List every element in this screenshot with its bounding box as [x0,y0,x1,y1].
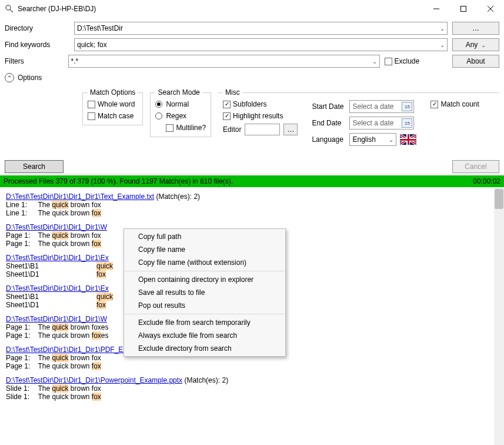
calendar-icon: 15 [402,102,412,111]
scrollbar[interactable] [494,188,504,445]
exclude-label: Exclude [395,57,420,65]
keyword-mode-label: Any [466,41,478,49]
match-options-group: Match Options Whole word Match case [82,88,143,125]
match-count-label: Match count [440,100,479,108]
normal-radio[interactable]: Normal [155,100,206,108]
end-date-picker[interactable]: Select a date15 [349,117,414,129]
menu-item[interactable]: Always exclude file from search [124,329,285,342]
action-row: Search Cancel [0,158,504,175]
highlight-span: fox [92,393,101,401]
start-date-placeholder: Select a date [352,102,393,111]
result-line: Page 1: The quick brown fox [6,362,498,370]
menu-item[interactable]: Copy file name (without extension) [124,256,285,269]
language-select[interactable]: English⌄ [349,133,396,146]
filters-input[interactable]: *.*⌄ [68,55,380,68]
scrollbar-thumb[interactable] [495,189,503,209]
line-text: The quick brown fox [34,384,101,393]
keywords-input[interactable]: quick; fox⌄ [74,38,448,51]
cell-location: Sheet1\D1 [6,270,47,278]
highlight-checkbox[interactable]: Highlight results [223,112,298,120]
match-case-checkbox[interactable]: Match case [88,112,138,120]
result-line: Slide 1: The quick brown fox [6,384,498,393]
chevron-down-icon: ⌄ [440,25,445,32]
close-button[interactable] [477,0,504,18]
chevron-down-icon: ⌄ [440,42,445,48]
language-label: Language [312,135,343,144]
result-block: D:\Test\TestDir\Dir1\Dir1_Dir1\Powerpoin… [6,376,498,401]
line-location: Page 1: [6,362,34,370]
maximize-button[interactable] [450,0,477,18]
whole-word-checkbox[interactable]: Whole word [88,100,138,108]
match-count-checkbox[interactable]: Match count [430,100,479,108]
menu-item[interactable]: Open containing directory in explorer [124,273,285,286]
match-count-text: (Match(es): 2) [154,192,200,201]
highlight-span: fox [92,362,101,370]
menu-separator [125,271,285,271]
line-location: Line 1: [6,209,34,217]
match-options-legend: Match Options [88,88,138,97]
file-link[interactable]: D:\Test\TestDir\Dir1\Dir1_Dir1\W [6,223,107,231]
cell-location: Sheet1\B1 [6,262,47,270]
exclude-checkbox[interactable]: Exclude [385,57,443,65]
line-text: The quick brown fox [34,201,101,209]
misc-group: Misc Subfolders Highlight results Editor… [218,88,499,151]
menu-item[interactable]: Copy full path [124,230,285,243]
menu-separator [125,314,285,314]
cancel-button[interactable]: Cancel [452,160,499,173]
multiline-checkbox[interactable]: Multiline? [166,124,206,132]
regex-radio[interactable]: Regex [155,112,206,120]
svg-line-1 [10,9,13,12]
end-date-label: End Date [312,119,343,127]
editor-browse-button[interactable]: … [283,124,298,135]
browse-button[interactable]: … [452,22,499,35]
file-link[interactable]: D:\Test\TestDir\Dir1\Dir1_Dir1\Ex [6,284,109,293]
options-toggle[interactable]: ⌃ Options [0,69,504,86]
line-text: The quick brown foxes [34,331,109,340]
about-button[interactable]: About [452,55,499,68]
menu-item[interactable]: Pop out results [124,299,285,312]
match-case-label: Match case [98,112,133,120]
svg-rect-3 [461,6,466,12]
highlight-span: quick [52,201,68,209]
title-bar: Searcher (DJ-HP-EB\DJ) [0,0,504,18]
highlight-span: quick [96,262,113,270]
subfolders-label: Subfolders [233,100,266,108]
keyword-mode-button[interactable]: Any⌄ [452,38,499,51]
search-button[interactable]: Search [5,160,64,173]
match-count-text: (Match(es): 2) [182,376,228,384]
line-text: The quick brown fox [34,354,101,362]
line-text: The quick brown fox [34,393,101,401]
menu-item[interactable]: Save all results to file [124,286,285,299]
highlight-span: fox [92,209,101,217]
checkbox-icon [385,58,392,65]
subfolders-checkbox[interactable]: Subfolders [223,100,298,108]
highlight-span: quick [52,384,68,393]
line-location: Page 1: [6,231,34,240]
checkbox-icon [223,112,231,120]
line-text: The quick brown fox [34,362,101,370]
calendar-icon: 15 [402,118,412,128]
cell-text: quick [96,293,113,301]
checkbox-icon [88,112,95,120]
file-link[interactable]: D:\Test\TestDir\Dir1\Dir1_Dir1\Text_Exam… [6,192,154,201]
file-link[interactable]: D:\Test\TestDir\Dir1\Dir1_Dir1\Powerpoin… [6,376,182,384]
minimize-button[interactable] [423,0,450,18]
file-link[interactable]: D:\Test\TestDir\Dir1\Dir1_Dir1\W [6,315,107,323]
menu-item[interactable]: Copy file name [124,243,285,256]
editor-input[interactable] [245,124,280,135]
highlight-span: fox [92,331,101,340]
checkbox-icon [88,101,95,108]
checkbox-icon [223,101,231,108]
directory-input[interactable]: D:\Test\TestDir⌄ [74,22,448,35]
menu-item[interactable]: Exclude directory from search [124,342,285,355]
file-link[interactable]: D:\Test\TestDir\Dir1\Dir1_Dir1\Ex [6,254,109,262]
line-location: Page 1: [6,323,34,331]
directory-value: D:\Test\TestDir [77,24,123,32]
menu-item[interactable]: Exclude file from search temporarily [124,316,285,329]
line-text: The quick brown fox [34,209,101,217]
highlight-span: fox [92,240,101,248]
highlight-span: quick [52,323,68,331]
line-location: Page 1: [6,240,34,248]
start-date-label: Start Date [312,102,343,111]
start-date-picker[interactable]: Select a date15 [349,100,414,113]
